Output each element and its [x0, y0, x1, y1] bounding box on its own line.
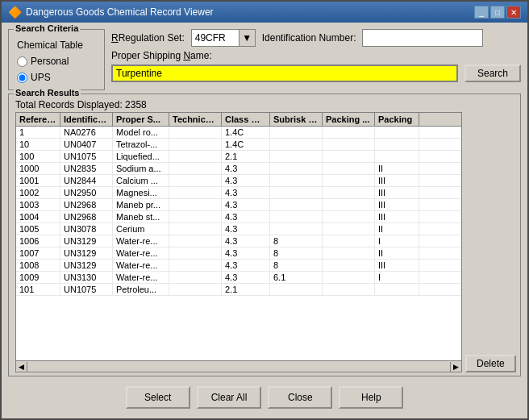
- cell-tech: [169, 151, 222, 162]
- table-row[interactable]: 1008 UN3129 Water-re... 4.3 8 III: [16, 260, 461, 272]
- horizontal-scrollbar[interactable]: ◀ ▶: [16, 360, 461, 372]
- delete-button[interactable]: Delete: [465, 355, 516, 372]
- table-row[interactable]: 1 NA0276 Model ro... 1.4C: [16, 127, 461, 139]
- cell-tech: [169, 211, 222, 222]
- cell-tech: [169, 127, 222, 138]
- ups-radio[interactable]: [17, 73, 27, 83]
- cell-packing1: [323, 260, 375, 271]
- regulation-label: RRegulation Set:: [111, 32, 185, 44]
- cell-subrisk: [270, 199, 323, 210]
- ups-radio-row: UPS: [17, 72, 96, 83]
- ups-label: UPS: [31, 72, 51, 83]
- search-button[interactable]: Search: [464, 64, 521, 82]
- cell-proper: Tetrazol-...: [113, 139, 169, 150]
- cell-ref: 100: [16, 151, 60, 162]
- table-row[interactable]: 1002 UN2950 Magnesi... 4.3 III: [16, 187, 461, 199]
- shipping-name-input[interactable]: [111, 64, 458, 82]
- window-title: Dangerous Goods Chemical Record Viewer: [26, 6, 214, 18]
- cell-class: 4.3: [222, 235, 270, 247]
- cell-packing2: I: [375, 235, 419, 247]
- cell-proper: Petroleu...: [113, 284, 169, 295]
- close-window-button[interactable]: ✕: [506, 6, 521, 19]
- help-button[interactable]: Help: [339, 386, 403, 409]
- cell-tech: [169, 272, 222, 283]
- cell-packing1: [323, 272, 375, 283]
- cell-class: 4.3: [222, 223, 270, 235]
- cell-ref: 1007: [16, 247, 60, 259]
- table-wrapper: Referenc... Identifica... Proper S... Te…: [15, 112, 462, 372]
- cell-proper: Maneb pr...: [113, 199, 169, 210]
- col-header-ref: Referenc...: [16, 113, 60, 126]
- top-section: Search Criteria Chemical Table Personal …: [8, 29, 521, 90]
- cell-class: 4.3: [222, 211, 270, 222]
- cell-id: UN3129: [60, 260, 113, 271]
- cell-subrisk: [270, 211, 323, 222]
- cell-subrisk: [270, 127, 323, 138]
- cell-proper: Model ro...: [113, 127, 169, 138]
- cell-class: 4.3: [222, 163, 270, 174]
- table-row[interactable]: 1005 UN3078 Cerium 4.3 II: [16, 223, 461, 235]
- cell-tech: [169, 223, 222, 235]
- cell-ref: 1008: [16, 260, 60, 271]
- table-row[interactable]: 1007 UN3129 Water-re... 4.3 8 II: [16, 247, 461, 260]
- maximize-button[interactable]: □: [490, 6, 505, 19]
- personal-radio[interactable]: [17, 56, 27, 67]
- cell-ref: 1004: [16, 211, 60, 222]
- cell-id: UN2835: [60, 163, 113, 174]
- table-body: 1 NA0276 Model ro... 1.4C 10 UN0407 Tetr…: [16, 127, 461, 360]
- table-row[interactable]: 1001 UN2844 Calcium ... 4.3 III: [16, 175, 461, 187]
- cell-packing1: [323, 163, 375, 174]
- cell-id: UN3078: [60, 223, 113, 235]
- id-number-input[interactable]: [362, 29, 483, 47]
- cell-subrisk: [270, 139, 323, 150]
- clear-all-button[interactable]: Clear All: [197, 386, 262, 409]
- titlebar-left: 🔶 Dangerous Goods Chemical Record Viewer: [8, 6, 214, 19]
- right-panel: Delete: [465, 112, 514, 372]
- table-row[interactable]: 101 UN1075 Petroleu... 2.1: [16, 284, 461, 296]
- app-icon: 🔶: [8, 6, 21, 19]
- cell-subrisk: [270, 175, 323, 186]
- cell-id: UN0407: [60, 139, 113, 150]
- table-header: Referenc... Identifica... Proper S... Te…: [16, 113, 461, 127]
- search-criteria-group: Search Criteria Chemical Table Personal …: [8, 29, 105, 90]
- cell-ref: 10: [16, 139, 60, 150]
- cell-packing2: III: [375, 211, 419, 222]
- cell-ref: 1009: [16, 272, 60, 283]
- cell-packing1: [323, 139, 375, 150]
- search-criteria-label: Search Criteria: [14, 23, 80, 33]
- select-button[interactable]: Select: [126, 386, 190, 409]
- table-row[interactable]: 1000 UN2835 Sodium a... 4.3 II: [16, 163, 461, 175]
- shipping-name-input-row: Search: [111, 64, 521, 82]
- cell-packing1: [323, 127, 375, 138]
- table-row[interactable]: 1003 UN2968 Maneb pr... 4.3 III: [16, 199, 461, 211]
- cell-packing1: [323, 211, 375, 222]
- cell-id: UN2968: [60, 211, 113, 222]
- table-row[interactable]: 100 UN1075 Liquefied... 2.1: [16, 151, 461, 163]
- cell-class: 4.3: [222, 187, 270, 198]
- cell-id: UN3129: [60, 235, 113, 247]
- table-row[interactable]: 10 UN0407 Tetrazol-... 1.4C: [16, 139, 461, 151]
- col-header-packing2: Packing: [375, 113, 419, 126]
- table-row[interactable]: 1004 UN2968 Maneb st... 4.3 III: [16, 211, 461, 223]
- cell-subrisk: [270, 163, 323, 174]
- regulation-dropdown-btn[interactable]: ▼: [240, 29, 256, 47]
- cell-tech: [169, 284, 222, 295]
- col-header-proper: Proper S...: [113, 113, 169, 126]
- cell-tech: [169, 199, 222, 210]
- cell-ref: 1005: [16, 223, 60, 235]
- table-row[interactable]: 1006 UN3129 Water-re... 4.3 8 I: [16, 235, 461, 247]
- total-records-row: Total Records Displayed: 2358: [15, 99, 514, 110]
- close-button[interactable]: Close: [268, 386, 332, 409]
- main-window: 🔶 Dangerous Goods Chemical Record Viewer…: [0, 0, 529, 420]
- regulation-input[interactable]: [191, 29, 240, 47]
- cell-tech: [169, 247, 222, 259]
- cell-ref: 1001: [16, 175, 60, 186]
- minimize-button[interactable]: _: [474, 6, 489, 19]
- cell-tech: [169, 260, 222, 271]
- cell-proper: Water-re...: [113, 272, 169, 283]
- cell-id: UN1075: [60, 284, 113, 295]
- cell-proper: Water-re...: [113, 260, 169, 271]
- horizontal-scroll-track[interactable]: [27, 362, 450, 372]
- table-row[interactable]: 1009 UN3130 Water-re... 4.3 6.1 I: [16, 272, 461, 284]
- col-header-packing1: Packing ...: [323, 113, 375, 126]
